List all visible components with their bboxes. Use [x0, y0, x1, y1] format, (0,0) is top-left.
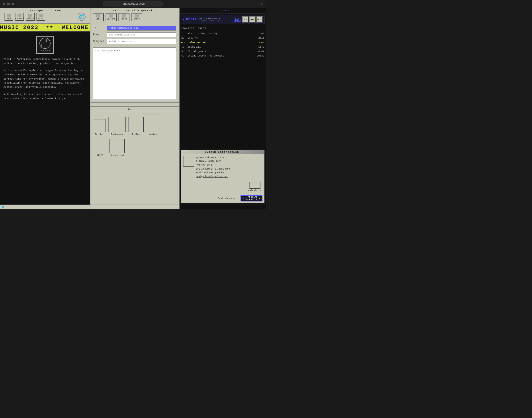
badge-sub: JOURNEYER: [245, 198, 258, 201]
track-5[interactable]: 5. The Alignment 6:02: [181, 49, 265, 54]
to-label: To: [93, 27, 105, 30]
colours-button[interactable]: Colours: [105, 13, 116, 21]
track-4[interactable]: 4. Below All 1:42: [181, 45, 265, 49]
reload-label: Reload: [27, 18, 34, 20]
instagram-label: Instagram: [111, 133, 123, 136]
karrik-link[interactable]: Karrik: [205, 168, 213, 170]
print-label: Print: [38, 18, 44, 20]
design-link[interactable]: design.bradleywalker.net: [196, 175, 228, 178]
time-display: 02:14: [186, 18, 197, 22]
browser-status-bar: 🌐: [0, 205, 90, 209]
listen-resize: ⋱: [180, 146, 266, 148]
calculator-area: Calculator: [181, 180, 264, 194]
input-mono-link[interactable]: Input Mono: [217, 168, 231, 170]
connect-section: Connect Twitter Instagram TikTok: [91, 106, 179, 205]
send-button[interactable]: Send: [93, 13, 104, 21]
playlist-title: Playlist: Songs: [181, 27, 265, 29]
wave-bar: [234, 20, 234, 22]
forward-button[interactable]: Forward: [15, 13, 24, 21]
disco-icon: [93, 138, 107, 153]
address-bar[interactable]: jamahamusic.com: [103, 1, 163, 6]
disco-item[interactable]: DISCO: [93, 138, 107, 157]
jamaha-logo: ( J ) JAMAHA: [36, 36, 54, 54]
listen-title: Listen: [209, 9, 236, 12]
back-icon: [7, 14, 11, 17]
youtube-item[interactable]: Youtube: [146, 115, 161, 136]
mail-resize-handle[interactable]: ⋱: [91, 102, 179, 106]
track-3-active[interactable]: ▶ 3. Flow And Set 3:45: [181, 40, 265, 45]
tiktok-icon: [128, 117, 144, 132]
track-info: SONGS – FLOW AND SET... 320kbps 44kHz 🔊: [198, 18, 232, 22]
status-text: 🌐: [2, 206, 4, 208]
sys-app-icon: [183, 156, 194, 167]
track-6[interactable]: 6. Extend Beyond The Borders 30:33: [181, 54, 265, 58]
track-1[interactable]: 1. Absolute Positioning… 2:48: [181, 31, 265, 36]
track-name-4: Below All: [187, 46, 258, 48]
draft-label: Draft: [134, 18, 140, 20]
to-field-row: To: [93, 26, 176, 31]
reload-button[interactable]: Reload: [26, 13, 35, 21]
browser-content: ( J ) JAMAHA Based in Amsterdam, Netherl…: [0, 32, 90, 205]
tiktok-item[interactable]: TikTok: [128, 117, 144, 136]
fonts-label: Fonts: [121, 18, 127, 20]
forward-icon: [18, 14, 22, 17]
resize-dots-icon: ⋱: [175, 103, 178, 106]
mail-title: Mail | Website question: [93, 9, 176, 12]
best-viewed-text: Best viewed with: [218, 197, 239, 200]
browser-toolbar: Jamscape Journeyer Back Forward Reload: [0, 8, 90, 23]
track-duration-6: 30:33: [257, 55, 264, 57]
player-controls: ⏮ ⏭ ▶⏸: [242, 16, 263, 23]
software-version: System software 1.0.0: [196, 156, 231, 160]
connect-header: Connect: [91, 107, 179, 112]
next-button[interactable]: ⏭: [249, 16, 255, 23]
track-2[interactable]: 2. Easy As 2:15: [181, 36, 265, 40]
from-input[interactable]: [107, 32, 176, 37]
wave-bar: [237, 20, 237, 22]
player-bar: ▶ 02:14 SONGS – FLOW AND SET... 320kbps …: [181, 15, 265, 24]
mail-toolbar: Mail | Website question Send Colours Fon…: [91, 8, 179, 23]
twitter-label: Twitter: [95, 133, 104, 136]
minimize-light[interactable]: [7, 3, 10, 5]
wave-bar: [240, 20, 241, 22]
prev-button[interactable]: ⏮: [242, 16, 248, 23]
fonts-button[interactable]: Fonts: [118, 13, 129, 21]
youtube-icon: [146, 115, 161, 132]
soundcloud-item[interactable]: Soundcloud: [109, 139, 125, 157]
wave-bar: [237, 19, 238, 22]
waveform: [234, 17, 241, 22]
middle-panel: Mail | Website question Send Colours Fon…: [91, 8, 180, 209]
to-input[interactable]: [107, 26, 176, 31]
back-button[interactable]: Back: [4, 13, 13, 21]
calculator-item[interactable]: Calculator: [248, 182, 262, 192]
play-pause-button[interactable]: ▶⏸: [256, 16, 263, 23]
fonts-icon: [122, 14, 126, 18]
soundcloud-icon: [109, 139, 125, 153]
twitter-item[interactable]: Twitter: [93, 119, 106, 136]
track-num: 2.: [181, 36, 187, 39]
instagram-item[interactable]: Instagram: [108, 117, 126, 136]
sys-close-button[interactable]: ✕: [183, 151, 185, 153]
mail-buttons: Send Colours Fonts Draft: [93, 13, 176, 21]
forward-label: Forward: [15, 18, 24, 20]
close-light[interactable]: [3, 3, 5, 5]
back-label: Back: [6, 18, 11, 20]
subject-input[interactable]: [107, 39, 176, 44]
globe-icon: 🌐: [78, 13, 86, 21]
wave-bar: [235, 19, 235, 22]
message-textarea[interactable]: [93, 47, 176, 100]
track-name: SONGS – FLOW AND SET...: [198, 18, 232, 20]
soundcloud-label: Soundcloud: [110, 154, 124, 157]
logo-text: JAMAHA: [39, 50, 51, 52]
track-name-2: Easy As: [187, 36, 258, 39]
browser-panel: Jamscape Journeyer Back Forward Reload: [0, 8, 91, 209]
listen-status-bar: ⋱: [180, 205, 266, 209]
track-duration-2: 2:15: [258, 36, 264, 39]
marquee-banner: MUSIC 2023 ≈≈ WELCOME MUSIC 2023 ≈≈ WELC…: [0, 23, 90, 32]
logo-inner: ( J ): [39, 38, 51, 49]
maximize-light[interactable]: [12, 3, 14, 5]
print-button[interactable]: Print: [36, 13, 45, 21]
connect-status-text: ⋱: [92, 206, 94, 208]
connect-status-bar: ⋱: [91, 205, 179, 209]
draft-button[interactable]: Draft: [131, 13, 142, 21]
bio-text-1: Based in Amsterdam, Netherlands, Jamaha …: [3, 57, 86, 65]
